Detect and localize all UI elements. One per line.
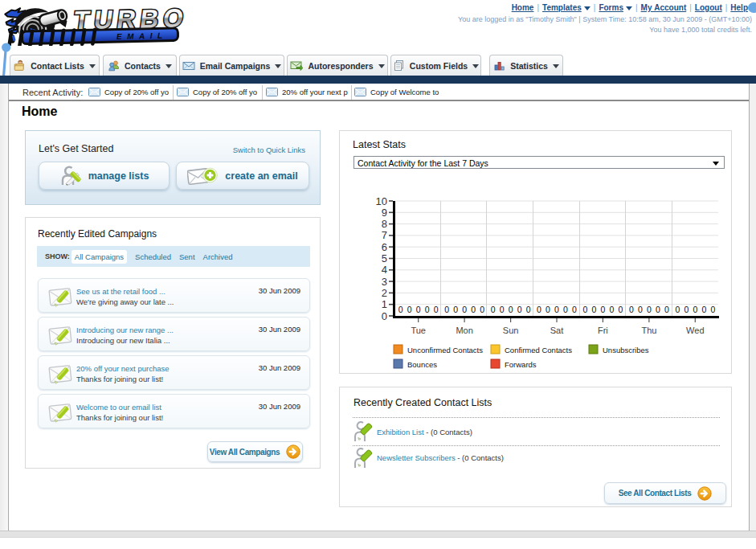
svg-text:Sun: Sun <box>503 326 519 335</box>
svg-text:0: 0 <box>554 305 559 314</box>
svg-text:8: 8 <box>382 218 387 230</box>
svg-text:0: 0 <box>509 305 513 314</box>
svg-text:0: 0 <box>638 305 643 314</box>
svg-text:0: 0 <box>425 305 430 314</box>
svg-text:0: 0 <box>526 305 531 314</box>
svg-text:Mon: Mon <box>456 326 472 335</box>
svg-text:0: 0 <box>453 305 458 314</box>
svg-text:0: 0 <box>407 305 412 314</box>
svg-text:0: 0 <box>582 305 587 314</box>
svg-text:Thu: Thu <box>641 326 656 335</box>
svg-text:Fri: Fri <box>598 326 608 335</box>
svg-text:0: 0 <box>491 305 496 314</box>
svg-text:0: 0 <box>656 305 660 314</box>
svg-text:0: 0 <box>684 305 689 314</box>
svg-text:6: 6 <box>382 241 387 253</box>
svg-text:0: 0 <box>500 305 505 314</box>
svg-text:10: 10 <box>376 195 387 207</box>
svg-text:Unsubscribes: Unsubscribes <box>603 346 649 354</box>
svg-text:Unconfirmed Contacts: Unconfirmed Contacts <box>407 346 483 354</box>
svg-text:0: 0 <box>572 305 577 314</box>
svg-text:0: 0 <box>517 305 522 314</box>
svg-text:0: 0 <box>591 305 596 314</box>
svg-text:0: 0 <box>398 305 403 314</box>
svg-text:0: 0 <box>701 305 706 314</box>
svg-text:1: 1 <box>382 298 387 310</box>
svg-text:0: 0 <box>480 305 484 314</box>
svg-text:0: 0 <box>444 305 449 314</box>
svg-text:0: 0 <box>629 305 634 314</box>
svg-text:0: 0 <box>675 305 680 314</box>
svg-text:0: 0 <box>609 305 614 314</box>
svg-text:0: 0 <box>537 305 541 314</box>
svg-text:0: 0 <box>600 305 605 314</box>
svg-text:7: 7 <box>382 229 387 241</box>
svg-text:0: 0 <box>664 305 669 314</box>
svg-text:0: 0 <box>434 305 439 314</box>
svg-text:0: 0 <box>618 305 623 314</box>
svg-text:0: 0 <box>462 305 467 314</box>
svg-text:0: 0 <box>710 305 715 314</box>
svg-text:Wed: Wed <box>686 326 704 335</box>
svg-text:0: 0 <box>471 305 476 314</box>
svg-text:0: 0 <box>416 305 421 314</box>
svg-text:Tue: Tue <box>411 326 426 335</box>
svg-text:0: 0 <box>546 305 550 314</box>
svg-text:Confirmed Contacts: Confirmed Contacts <box>505 346 572 354</box>
svg-text:0: 0 <box>382 310 387 322</box>
svg-text:9: 9 <box>382 207 387 219</box>
svg-text:0: 0 <box>693 305 697 314</box>
svg-text:Sat: Sat <box>550 326 564 335</box>
svg-text:2: 2 <box>382 287 387 299</box>
svg-text:Bounces: Bounces <box>407 360 437 369</box>
svg-text:5: 5 <box>382 252 387 264</box>
svg-text:Forwards: Forwards <box>505 360 537 369</box>
svg-text:0: 0 <box>647 305 652 314</box>
svg-text:4: 4 <box>382 264 387 276</box>
svg-text:0: 0 <box>563 305 568 314</box>
svg-text:3: 3 <box>382 276 387 288</box>
